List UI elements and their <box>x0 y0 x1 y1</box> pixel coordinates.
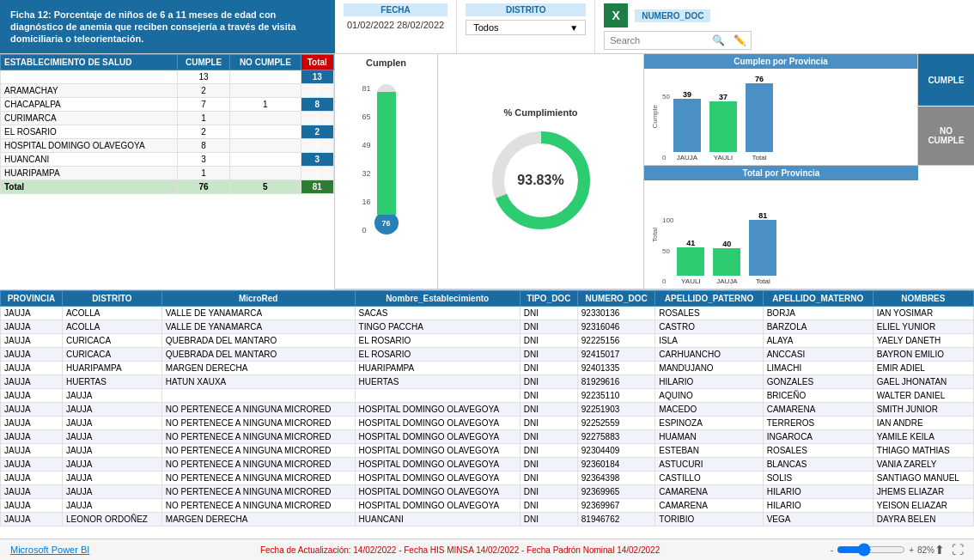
chart-total-body: Total 100 50 0 41 YAULI <box>644 180 918 289</box>
bar-jauja: 39 JAUJA <box>673 90 701 161</box>
bar-yauli2: 41 YAULI <box>677 239 704 285</box>
list-item: JAUJAHUARIPAMPAMARGEN DERECHAHUARIPAMPAD… <box>1 362 974 375</box>
list-item: JAUJAJAUJANO PERTENECE A NINGUNA MICRORE… <box>1 472 974 485</box>
data-col-header: TIPO_DOC <box>520 291 577 307</box>
data-col-header: NOMBRES <box>873 291 973 307</box>
thermometer: 81 65 49 32 16 0 76 <box>374 84 399 234</box>
pct-section: % Cumplimiento 93.83% <box>438 54 643 289</box>
chevron-down-icon: ▼ <box>569 23 578 33</box>
cumple-bars: 39 JAUJA 37 YAULI 76 <box>673 93 910 161</box>
right-panel: Cumplen por Provincia Cumple 50 0 39 <box>644 54 974 289</box>
edit-button[interactable]: ✏️ <box>729 32 751 49</box>
donut-container: 93.83% <box>485 125 597 236</box>
table-row: HUARIPAMPA11 <box>1 167 334 180</box>
data-table-section[interactable]: PROVINCIADISTRITOMicroRedNombre_Establec… <box>0 289 974 539</box>
left-table: ESTABLECIMIENTO DE SALUD CUMPLE NO CUMPL… <box>0 54 334 194</box>
list-item: JAUJAACOLLAVALLE DE YANAMARCATINGO PACCH… <box>1 320 974 334</box>
excel-letter: X <box>612 9 620 22</box>
table-row: CHACAPALPA718 <box>1 98 334 112</box>
fecha-label: FECHA <box>344 3 447 16</box>
table-row: 1313 <box>1 70 334 84</box>
bar-total-rect <box>746 83 773 152</box>
bar-jauja-rect <box>673 99 701 152</box>
header-numero: X NUMERO_DOC 🔍 ✏️ <box>595 0 974 53</box>
distrito-select[interactable]: Todos ▼ <box>466 20 586 35</box>
col-total: Total <box>301 55 333 70</box>
list-item: JAUJAACOLLAVALLE DE YANAMARCASACASDNI923… <box>1 307 974 320</box>
fullscreen-button[interactable]: ⛶ <box>952 543 964 557</box>
bar-yauli2-rect <box>677 247 704 276</box>
pct-title: % Cumplimiento <box>503 107 577 118</box>
data-col-header: DISTRITO <box>62 291 161 307</box>
body-area: ESTABLECIMIENTO DE SALUD CUMPLE NO CUMPL… <box>0 54 974 289</box>
numero-doc-label: NUMERO_DOC <box>635 9 710 22</box>
badge-spacer <box>918 166 974 289</box>
list-item: JAUJAJAUJANO PERTENECE A NINGUNA MICRORE… <box>1 417 974 430</box>
data-col-header: PROVINCIA <box>1 291 63 307</box>
total-y-axis: 100 50 0 <box>662 216 673 285</box>
numero-top: X NUMERO_DOC <box>604 3 710 27</box>
data-col-header: Nombre_Establecimiento <box>355 291 520 307</box>
cumple-section: Cumplen 81 65 49 32 16 0 <box>335 54 438 289</box>
list-item: JAUJAJAUJANO PERTENECE A NINGUNA MICRORE… <box>1 430 974 444</box>
list-item: JAUJACURICACAQUEBRADA DEL MANTAROEL ROSA… <box>1 348 974 362</box>
table-row: HOSPITAL DOMINGO OLAVEGOYA88 <box>1 139 334 153</box>
powerbi-link[interactable]: Microsoft Power BI <box>10 545 89 555</box>
footer-date: Fecha de Actualización: 14/02/2022 - Fec… <box>89 545 830 555</box>
list-item: JAUJAJAUJANO PERTENECE A NINGUNA MICRORE… <box>1 403 974 417</box>
bar-yauli: 37 YAULI <box>709 93 737 161</box>
total-bars: 41 YAULI 40 JAUJA 81 <box>677 216 911 285</box>
cumple-y-label: Cumple <box>651 105 659 129</box>
bar-total: 76 Total <box>746 75 773 161</box>
left-panel: ESTABLECIMIENTO DE SALUD CUMPLE NO CUMPL… <box>0 54 335 289</box>
bar-yauli-rect <box>709 101 737 152</box>
list-item: JAUJACURICACAQUEBRADA DEL MANTAROEL ROSA… <box>1 334 974 348</box>
data-table: PROVINCIADISTRITOMicroRedNombre_Establec… <box>0 290 974 527</box>
title-text: Ficha 12: Porcentaje de niños de 6 a 11 … <box>10 9 325 46</box>
data-col-header: APELLIDO_MATERNO <box>763 291 873 307</box>
data-col-header: MicroRed <box>161 291 355 307</box>
search-input[interactable] <box>605 33 708 48</box>
list-item: JAUJAJAUJANO PERTENECE A NINGUNA MICRORE… <box>1 499 974 513</box>
col-establecimiento: ESTABLECIMIENTO DE SALUD <box>1 55 178 70</box>
main-container: Ficha 12: Porcentaje de niños de 6 a 11 … <box>0 0 974 560</box>
chart-total-inner: Total por Provincia Total 100 50 0 41 <box>644 166 974 289</box>
table-total-row: Total76581 <box>1 180 334 194</box>
chart-total: Total por Provincia Total 100 50 0 41 <box>644 166 918 289</box>
search-box: 🔍 ✏️ <box>604 31 752 50</box>
zoom-controls: - + 82% <box>831 543 934 557</box>
zoom-slider[interactable] <box>837 543 905 557</box>
footer-icons: ⬆ ⛶ <box>934 543 964 557</box>
share-button[interactable]: ⬆ <box>934 543 945 557</box>
col-cumple: CUMPLE <box>178 55 230 70</box>
header-fecha: FECHA 01/02/2022 28/02/2022 <box>335 0 457 53</box>
fecha-value: 01/02/2022 28/02/2022 <box>344 16 447 30</box>
list-item: JAUJAJAUJADNI92235110AQUINOBRICEÑOWALTER… <box>1 389 974 403</box>
table-row: CURIMARCA11 <box>1 112 334 125</box>
list-item: JAUJAHUERTASHATUN XAUXAHUERTASDNI8192961… <box>1 375 974 389</box>
chart-total-title: Total por Provincia <box>644 166 918 180</box>
charts-row: Cumplen por Provincia Cumple 50 0 39 <box>644 54 974 166</box>
badges-column: CUMPLE NOCUMPLE <box>918 54 974 165</box>
list-item: JAUJAJAUJANO PERTENECE A NINGUNA MICRORE… <box>1 485 974 499</box>
distrito-value: Todos <box>473 22 498 33</box>
distrito-label: DISTRITO <box>466 3 586 16</box>
excel-icon: X <box>604 3 628 27</box>
chart-total-row: Total por Provincia Total 100 50 0 41 <box>644 166 974 289</box>
badge-cumple: CUMPLE <box>918 54 974 107</box>
footer: Microsoft Power BI Fecha de Actualizació… <box>0 539 974 560</box>
middle-panel: Cumplen 81 65 49 32 16 0 <box>335 54 644 289</box>
therm-y-labels: 81 65 49 32 16 0 <box>362 84 370 234</box>
header-title: Ficha 12: Porcentaje de niños de 6 a 11 … <box>0 0 335 53</box>
total-y-label: Total <box>651 228 659 242</box>
bar-jauja2-rect <box>713 248 740 276</box>
col-nocumple: NO CUMPLE <box>230 55 301 70</box>
table-row: HUANCANI33 <box>1 153 334 167</box>
search-button[interactable]: 🔍 <box>708 32 729 49</box>
middle-top: Cumplen 81 65 49 32 16 0 <box>335 54 643 289</box>
chart-cumple-title: Cumplen por Provincia <box>644 54 917 69</box>
badge-nocumple: NOCUMPLE <box>918 107 974 165</box>
chart-cumple: Cumplen por Provincia Cumple 50 0 39 <box>644 54 918 165</box>
chart-cumple-body: Cumple 50 0 39 JAUJA <box>644 69 917 165</box>
cumple-title: Cumplen <box>366 58 406 68</box>
